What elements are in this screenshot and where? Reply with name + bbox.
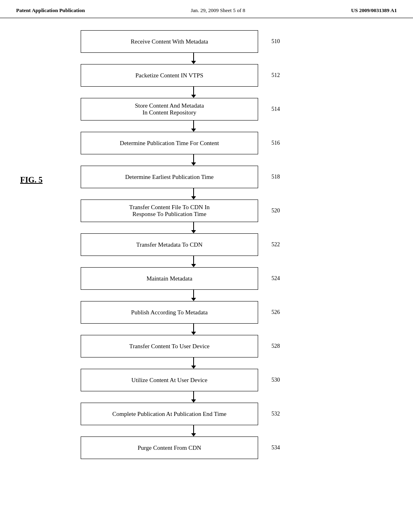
arrow-line-icon <box>193 188 194 196</box>
flow-step-528: Transfer Content To User Device528 <box>81 335 307 357</box>
step-label-522: 522 <box>271 241 280 248</box>
step-label-514: 514 <box>271 106 280 112</box>
arrow-head-icon <box>191 230 196 233</box>
flow-box-522: Transfer Metadata To CDN522 <box>81 233 258 256</box>
step-label-510: 510 <box>271 38 280 45</box>
flow-box-532: Complete Publication At Publication End … <box>81 403 258 425</box>
flow-step-510: Receive Content With Metadata510 <box>81 30 307 53</box>
arrow-head-icon <box>191 95 196 98</box>
arrow-head-icon <box>191 61 196 64</box>
flow-box-518: Determine Earliest Publication Time518 <box>81 166 258 188</box>
main-content: FIG. 5 Receive Content With Metadata510P… <box>0 18 413 471</box>
step-label-516: 516 <box>271 140 280 146</box>
step-label-524: 524 <box>271 275 280 282</box>
arrow-line-icon <box>193 357 194 366</box>
step-label-528: 528 <box>271 343 280 349</box>
arrow-line-icon <box>193 425 194 433</box>
arrow-line-icon <box>193 222 194 230</box>
flow-box-510: Receive Content With Metadata510 <box>81 30 258 53</box>
flow-arrow-0 <box>105 53 282 64</box>
flow-step-530: Utilize Content At User Device530 <box>81 369 307 391</box>
arrow-head-icon <box>191 298 196 301</box>
flow-arrow-3 <box>105 154 282 166</box>
header-right: US 2009/0031389 A1 <box>351 7 397 14</box>
header-left: Patent Application Publication <box>16 7 85 14</box>
flow-arrow-2 <box>105 121 282 132</box>
flow-box-524: Maintain Metadata524 <box>81 267 258 290</box>
arrow-line-icon <box>193 121 194 129</box>
header-center: Jan. 29, 2009 Sheet 5 of 8 <box>191 7 245 14</box>
arrow-head-icon <box>191 366 196 369</box>
arrow-line-icon <box>193 324 194 332</box>
step-label-526: 526 <box>271 309 280 316</box>
arrow-head-icon <box>191 129 196 132</box>
fig-label: FIG. 5 <box>20 175 43 185</box>
arrow-line-icon <box>193 290 194 298</box>
flow-arrow-7 <box>105 290 282 301</box>
arrow-line-icon <box>193 256 194 264</box>
arrow-head-icon <box>191 332 196 335</box>
flow-arrow-8 <box>105 324 282 335</box>
flow-step-532: Complete Publication At Publication End … <box>81 403 307 425</box>
flow-step-534: Purge Content From CDN534 <box>81 436 307 459</box>
flow-arrow-6 <box>105 256 282 267</box>
flowchart: Receive Content With Metadata510Packetiz… <box>81 30 307 459</box>
flow-arrow-10 <box>105 391 282 403</box>
step-label-534: 534 <box>271 445 280 451</box>
step-label-512: 512 <box>271 72 280 79</box>
step-label-518: 518 <box>271 174 280 180</box>
flow-step-524: Maintain Metadata524 <box>81 267 307 290</box>
page-header: Patent Application Publication Jan. 29, … <box>0 0 413 18</box>
arrow-head-icon <box>191 196 196 200</box>
arrow-head-icon <box>191 399 196 403</box>
step-label-520: 520 <box>271 208 280 214</box>
flow-step-516: Determine Publication Time For Content51… <box>81 132 307 154</box>
flow-arrow-1 <box>105 87 282 98</box>
arrow-line-icon <box>193 391 194 399</box>
flow-step-518: Determine Earliest Publication Time518 <box>81 166 307 188</box>
flow-box-516: Determine Publication Time For Content51… <box>81 132 258 154</box>
flow-box-520: Transfer Content File To CDN InResponse … <box>81 200 258 222</box>
flow-step-514: Store Content And MetadataIn Content Rep… <box>81 98 307 121</box>
flow-box-526: Publish According To Metadata526 <box>81 301 258 324</box>
arrow-line-icon <box>193 154 194 162</box>
arrow-line-icon <box>193 53 194 61</box>
arrow-head-icon <box>191 162 196 166</box>
flow-arrow-11 <box>105 425 282 436</box>
flow-box-514: Store Content And MetadataIn Content Rep… <box>81 98 258 121</box>
flow-box-534: Purge Content From CDN534 <box>81 436 258 459</box>
flow-step-526: Publish According To Metadata526 <box>81 301 307 324</box>
step-label-532: 532 <box>271 411 280 417</box>
flow-step-522: Transfer Metadata To CDN522 <box>81 233 307 256</box>
flow-arrow-4 <box>105 188 282 200</box>
arrow-head-icon <box>191 264 196 267</box>
flow-arrow-9 <box>105 357 282 369</box>
flow-box-512: Packetize Content IN VTPS512 <box>81 64 258 87</box>
arrow-head-icon <box>191 433 196 436</box>
flow-step-512: Packetize Content IN VTPS512 <box>81 64 307 87</box>
step-label-530: 530 <box>271 377 280 383</box>
flow-box-528: Transfer Content To User Device528 <box>81 335 258 357</box>
arrow-line-icon <box>193 87 194 95</box>
flow-step-520: Transfer Content File To CDN InResponse … <box>81 200 307 222</box>
flow-arrow-5 <box>105 222 282 233</box>
flow-box-530: Utilize Content At User Device530 <box>81 369 258 391</box>
